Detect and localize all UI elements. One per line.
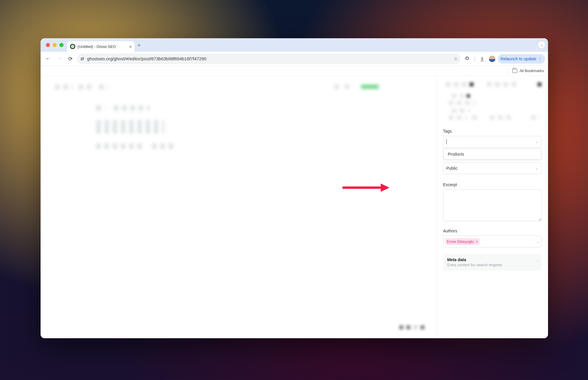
nav-reload-button[interactable]: ⟳	[66, 54, 75, 63]
folder-icon	[512, 69, 517, 73]
authors-input[interactable]: Emre Elbeyoglu × ⌄	[443, 236, 542, 247]
tab-close-icon[interactable]: ×	[129, 44, 132, 49]
browser-toolbar: ← → ⟳ ghostseo.org/ghost/#/editor/post/6…	[41, 52, 548, 66]
new-tab-button[interactable]: ＋	[135, 41, 143, 49]
extensions-icon[interactable]	[463, 54, 472, 63]
nav-back-button[interactable]: ←	[44, 54, 52, 63]
app-content: Tags ⌄ Products Public ⌄ Excerpt	[41, 76, 548, 338]
tab-title: (Untitled) - Ghost SEO	[78, 44, 116, 49]
meta-data-subtitle: Extra content for search engines	[447, 263, 537, 267]
chevron-down-icon[interactable]: ⌄	[537, 239, 539, 244]
excerpt-label: Excerpt	[443, 182, 542, 187]
chevron-down-icon[interactable]: ⌄	[535, 166, 538, 170]
bookmark-star-icon[interactable]: ☆	[454, 56, 457, 61]
downloads-icon[interactable]	[478, 54, 487, 63]
authors-label: Authors	[443, 229, 542, 233]
author-chip[interactable]: Emre Elbeyoglu ×	[445, 238, 480, 245]
chevron-down-icon[interactable]: ⌄	[535, 140, 538, 144]
more-menu-icon[interactable]: ⋮	[538, 56, 542, 61]
post-access-value: Public	[446, 166, 457, 171]
editor-canvas[interactable]	[41, 76, 436, 338]
meta-data-title: Meta data	[447, 257, 537, 262]
tags-input-field[interactable]	[447, 136, 535, 147]
excerpt-textarea[interactable]	[443, 189, 542, 221]
svg-point-1	[81, 59, 82, 60]
post-access-select[interactable]: Public ⌄	[443, 162, 542, 174]
all-bookmarks-button[interactable]: All Bookmarks	[512, 69, 544, 73]
author-chip-label: Emre Elbeyoglu	[447, 239, 474, 244]
nav-forward-button[interactable]: →	[55, 54, 64, 63]
maximize-window-button[interactable]	[59, 43, 64, 47]
tags-dropdown-option-products[interactable]: Products	[444, 149, 541, 159]
sidebar-header-blur	[443, 82, 542, 106]
post-settings-sidebar: Tags ⌄ Products Public ⌄ Excerpt	[436, 76, 548, 338]
relaunch-label: Relaunch to update	[501, 56, 536, 61]
meta-data-panel[interactable]: Meta data Extra content for search engin…	[443, 254, 542, 271]
relaunch-button[interactable]: Relaunch to update ⋮	[498, 54, 545, 64]
bookmarks-bar: All Bookmarks	[41, 66, 548, 76]
tab-favicon	[70, 44, 75, 49]
address-bar[interactable]: ghostseo.org/ghost/#/editor/post/673b63b…	[77, 54, 460, 64]
browser-tab-active[interactable]: (Untitled) - Ghost SEO ×	[67, 41, 135, 52]
svg-point-0	[83, 57, 84, 58]
tags-input[interactable]: ⌄ Products	[443, 136, 542, 148]
tab-strip: (Untitled) - Ghost SEO × ＋ ⌄	[41, 38, 548, 52]
editor-footer-blur	[399, 325, 425, 329]
browser-window: (Untitled) - Ghost SEO × ＋ ⌄ ← → ⟳ ghost…	[41, 38, 548, 338]
profile-avatar-icon[interactable]	[489, 56, 495, 62]
site-settings-icon[interactable]	[80, 56, 85, 61]
all-bookmarks-label: All Bookmarks	[519, 69, 544, 73]
tags-label: Tags	[443, 129, 542, 134]
remove-author-icon[interactable]: ×	[476, 239, 478, 244]
tags-dropdown: Products	[443, 149, 541, 160]
tab-list-button[interactable]: ⌄	[538, 41, 545, 48]
dropdown-option-label: Products	[448, 152, 464, 156]
sidebar-url-blur	[443, 106, 542, 124]
close-window-button[interactable]	[46, 43, 50, 47]
minimize-window-button[interactable]	[53, 43, 57, 47]
window-controls	[46, 43, 64, 47]
address-bar-url: ghostseo.org/ghost/#/editor/post/673b63b…	[87, 56, 451, 61]
bookmarks-separator	[507, 68, 508, 74]
chevron-right-icon: ›	[537, 259, 538, 263]
